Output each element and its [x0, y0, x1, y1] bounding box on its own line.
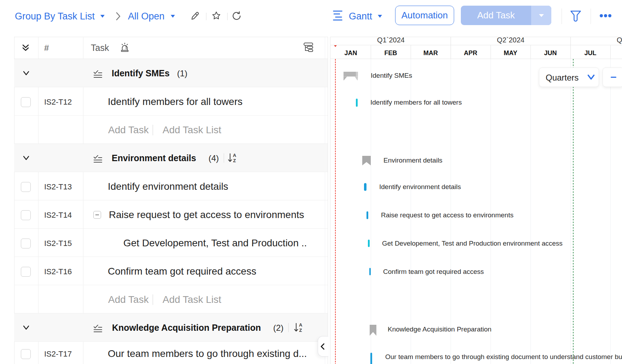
svg-text:Z: Z: [233, 158, 236, 163]
svg-text:Z: Z: [299, 328, 302, 333]
svg-text:A: A: [299, 323, 303, 328]
svg-text:A: A: [233, 153, 236, 158]
